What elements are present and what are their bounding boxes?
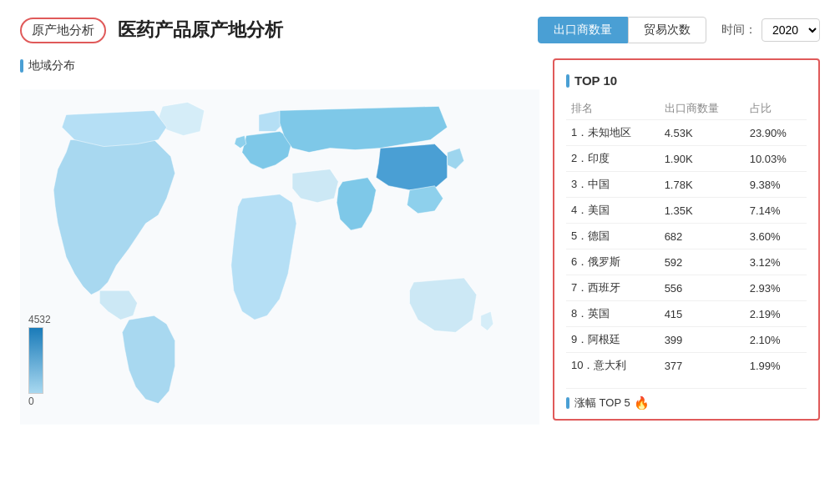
legend-min: 0 <box>28 396 34 407</box>
cell-value: 4.53K <box>660 120 745 146</box>
header: 原产地分析 医药产品原产地分析 出口商数量 贸易次数 时间： 2020 2019… <box>20 17 820 43</box>
cell-percent: 1.99% <box>745 353 807 379</box>
cell-percent: 2.93% <box>745 275 807 301</box>
cell-percent: 23.90% <box>745 120 807 146</box>
cell-percent: 3.12% <box>745 249 807 275</box>
cell-rank: 4．美国 <box>566 198 660 224</box>
col-rank: 排名 <box>566 98 660 120</box>
table-row: 8．英国 415 2.19% <box>566 301 807 327</box>
map-area: 地域分布 <box>20 58 539 432</box>
fire-icon: 🔥 <box>634 396 650 411</box>
cell-rank: 8．英国 <box>566 301 660 327</box>
cell-percent: 3.60% <box>745 224 807 249</box>
cell-value: 556 <box>660 275 745 301</box>
cell-value: 1.90K <box>660 146 745 172</box>
rise-top: 涨幅 TOP 5 🔥 <box>566 388 807 411</box>
cell-rank: 5．德国 <box>566 224 660 249</box>
cell-percent: 2.10% <box>745 327 807 353</box>
table-row: 3．中国 1.78K 9.38% <box>566 172 807 198</box>
tab-group: 出口商数量 贸易次数 <box>538 17 706 43</box>
table-row: 10．意大利 377 1.99% <box>566 353 807 379</box>
cell-value: 592 <box>660 249 745 275</box>
map-legend: 4532 0 <box>28 314 51 407</box>
top10-table: 排名 出口商数量 占比 1．未知地区 4.53K 23.90% 2．印度 1.9… <box>566 98 807 378</box>
cell-value: 415 <box>660 301 745 327</box>
cell-percent: 9.38% <box>745 172 807 198</box>
map-section-label: 地域分布 <box>20 58 539 73</box>
cell-rank: 1．未知地区 <box>566 120 660 146</box>
table-row: 7．西班牙 556 2.93% <box>566 275 807 301</box>
col-value: 出口商数量 <box>660 98 745 120</box>
top10-box: TOP 10 排名 出口商数量 占比 1．未知地区 4.53K 23.90% 2… <box>553 58 820 421</box>
legend-max: 4532 <box>28 314 51 325</box>
table-row: 6．俄罗斯 592 3.12% <box>566 249 807 275</box>
time-label: 时间： <box>721 23 757 38</box>
breadcrumb-badge[interactable]: 原产地分析 <box>20 18 106 43</box>
col-percent: 占比 <box>745 98 807 120</box>
cell-value: 1.78K <box>660 172 745 198</box>
rise-top-label: 涨幅 TOP 5 <box>574 396 630 411</box>
legend-bar <box>28 327 43 394</box>
table-row: 9．阿根廷 399 2.10% <box>566 327 807 353</box>
cell-value: 377 <box>660 353 745 379</box>
year-select[interactable]: 2020 2019 2018 <box>762 18 820 42</box>
cell-value: 399 <box>660 327 745 353</box>
map-container: 4532 0 <box>20 82 539 432</box>
cell-rank: 9．阿根廷 <box>566 327 660 353</box>
cell-percent: 2.19% <box>745 301 807 327</box>
cell-rank: 6．俄罗斯 <box>566 249 660 275</box>
table-row: 4．美国 1.35K 7.14% <box>566 198 807 224</box>
cell-rank: 10．意大利 <box>566 353 660 379</box>
page-title: 医药产品原产地分析 <box>118 18 538 43</box>
cell-value: 682 <box>660 224 745 249</box>
cell-rank: 3．中国 <box>566 172 660 198</box>
world-map <box>20 82 539 432</box>
cell-rank: 7．西班牙 <box>566 275 660 301</box>
top10-title: TOP 10 <box>566 73 807 88</box>
cell-rank: 2．印度 <box>566 146 660 172</box>
body: 地域分布 <box>20 58 820 432</box>
cell-value: 1.35K <box>660 198 745 224</box>
cell-percent: 10.03% <box>745 146 807 172</box>
page: 原产地分析 医药产品原产地分析 出口商数量 贸易次数 时间： 2020 2019… <box>0 0 840 504</box>
table-row: 2．印度 1.90K 10.03% <box>566 146 807 172</box>
table-row: 5．德国 682 3.60% <box>566 224 807 249</box>
right-panel: TOP 10 排名 出口商数量 占比 1．未知地区 4.53K 23.90% 2… <box>553 58 820 432</box>
table-row: 1．未知地区 4.53K 23.90% <box>566 120 807 146</box>
tab-trades[interactable]: 贸易次数 <box>628 17 706 43</box>
tab-exporters[interactable]: 出口商数量 <box>538 17 628 43</box>
cell-percent: 7.14% <box>745 198 807 224</box>
